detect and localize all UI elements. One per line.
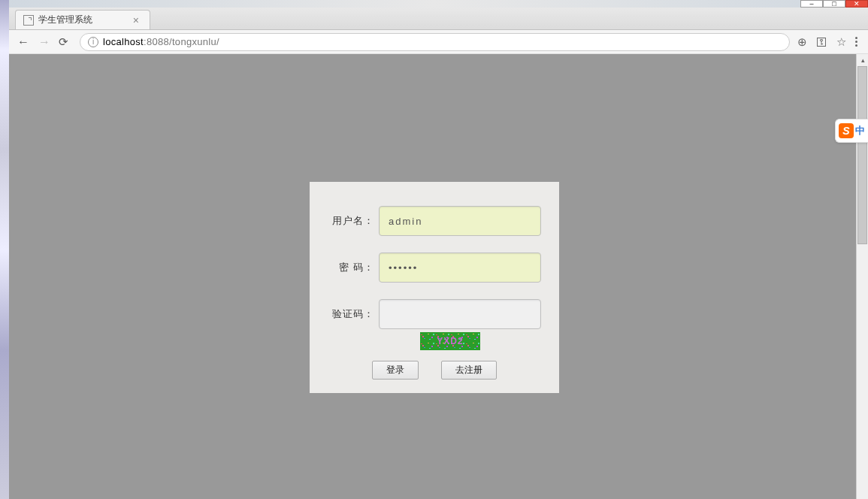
login-button[interactable]: 登录	[372, 361, 419, 380]
close-icon[interactable]: ×	[130, 14, 142, 26]
url-field[interactable]: i localhost:8088/tongxunlu/	[80, 33, 790, 51]
login-form: 用户名： 密 码： 验证码： YXD2 登录 去注册	[310, 182, 559, 393]
toolbar-right: ⊕ ⚿ ☆	[797, 35, 860, 49]
username-row: 用户名：	[328, 206, 541, 236]
back-button[interactable]: ←	[17, 35, 30, 49]
browser-tab[interactable]: 学生管理系统 ×	[15, 10, 150, 29]
window-close-button[interactable]: ✕	[845, 0, 868, 8]
browser-window: 学生管理系统 × ← → ⟳ i localhost:8088/tongxunl…	[9, 8, 868, 499]
star-icon[interactable]: ☆	[836, 35, 846, 49]
captcha-text: YXD2	[437, 336, 463, 346]
background-window-edge	[0, 0, 9, 499]
page-viewport: 用户名： 密 码： 验证码： YXD2 登录 去注册	[9, 54, 868, 499]
reload-button[interactable]: ⟳	[59, 35, 72, 49]
url-text: localhost:8088/tongxunlu/	[103, 36, 219, 47]
info-icon[interactable]: i	[88, 37, 98, 47]
username-label: 用户名：	[328, 214, 374, 228]
sogou-logo-icon: S	[839, 123, 854, 138]
window-minimize-button[interactable]: –	[800, 0, 823, 8]
address-bar: ← → ⟳ i localhost:8088/tongxunlu/ ⊕ ⚿ ☆	[9, 30, 868, 54]
captcha-row: 验证码：	[328, 299, 541, 329]
register-button[interactable]: 去注册	[441, 361, 497, 380]
tab-title: 学生管理系统	[38, 14, 126, 26]
ime-language-label: 中	[855, 124, 865, 138]
tab-strip: 学生管理系统 ×	[9, 8, 868, 30]
password-label: 密 码：	[328, 261, 374, 274]
captcha-image[interactable]: YXD2	[420, 332, 480, 350]
key-icon[interactable]: ⚿	[816, 35, 827, 48]
forward-button[interactable]: →	[38, 35, 51, 49]
button-row: 登录 去注册	[328, 361, 541, 380]
window-controls: – □ ✕	[800, 0, 868, 8]
ime-indicator[interactable]: S 中	[835, 119, 868, 143]
password-input[interactable]	[379, 253, 541, 283]
username-input[interactable]	[379, 206, 541, 236]
zoom-icon[interactable]: ⊕	[797, 35, 807, 49]
window-maximize-button[interactable]: □	[823, 0, 845, 8]
captcha-input[interactable]	[379, 299, 541, 329]
menu-icon[interactable]	[855, 37, 857, 47]
scrollbar-thumb[interactable]	[857, 66, 867, 244]
password-row: 密 码：	[328, 253, 541, 283]
page-icon	[23, 15, 34, 26]
background-window-titlebar	[0, 0, 868, 8]
captcha-label: 验证码：	[328, 307, 374, 321]
